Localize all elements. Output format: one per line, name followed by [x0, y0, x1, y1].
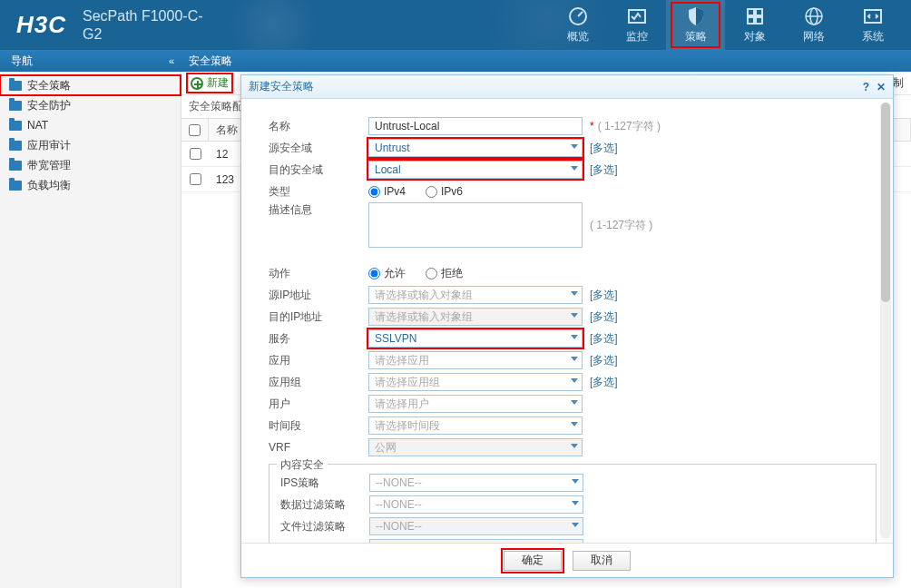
topnav-monitor[interactable]: 监控 [607, 0, 666, 50]
gauge-icon [567, 5, 589, 27]
multi-link[interactable]: [多选] [590, 141, 618, 156]
multi-link[interactable]: [多选] [590, 331, 618, 347]
label-vrf: VRF [269, 441, 368, 454]
topnav-network[interactable]: 网络 [784, 0, 843, 50]
label-src-zone: 源安全域 [269, 141, 368, 156]
label-app: 应用 [269, 353, 368, 368]
collapse-icon[interactable]: « [169, 55, 174, 66]
label-av: 防病毒策略 [280, 541, 369, 544]
folder-icon [9, 121, 22, 131]
label-file-filter: 文件过滤策略 [280, 519, 369, 534]
topnav-system[interactable]: 系统 [843, 0, 902, 50]
dialog-footer: 确定 取消 [241, 543, 893, 577]
user-select[interactable]: 请选择用户 [368, 395, 583, 413]
multi-link[interactable]: [多选] [590, 375, 618, 390]
dst-ip-select[interactable]: 请选择或输入对象组 [368, 308, 583, 326]
brand-logo: H3C [16, 11, 66, 39]
service-select[interactable]: SSLVPN [368, 329, 583, 348]
av-select[interactable]: --NONE-- [369, 539, 583, 543]
ips-select[interactable]: --NONE-- [369, 474, 583, 492]
label-ips: IPS策略 [280, 475, 369, 491]
sidebar-item-sec-policy[interactable]: 安全策略 [0, 75, 181, 95]
folder-icon [9, 181, 22, 191]
svg-rect-3 [756, 9, 762, 15]
chevron-down-icon [572, 479, 579, 484]
close-icon[interactable]: ✕ [877, 81, 886, 93]
multi-link[interactable]: [多选] [590, 353, 618, 368]
code-icon [862, 5, 884, 27]
row-checkbox[interactable] [190, 173, 201, 185]
sidebar-item-app-audit[interactable]: 应用审计 [0, 135, 181, 155]
multi-link[interactable]: [多选] [590, 162, 618, 178]
radio-ipv6[interactable]: IPv6 [426, 185, 463, 198]
time-select[interactable]: 请选择时间段 [368, 416, 583, 435]
chevron-down-icon [571, 378, 578, 383]
dialog-body: 名称 *( 1-127字符 ) 源安全域 Untrust [多选] 目的安全域 … [241, 99, 893, 543]
file-filter-select[interactable]: --NONE-- [369, 517, 583, 535]
folder-icon [9, 161, 22, 171]
name-input[interactable] [368, 117, 583, 135]
scrollbar-thumb[interactable] [881, 103, 890, 302]
radio-deny[interactable]: 拒绝 [426, 266, 463, 281]
dialog-title: 新建安全策略 [249, 79, 314, 94]
label-data-filter: 数据过滤策略 [280, 497, 369, 513]
top-nav: 概览 监控 策略 对象 网络 系统 [548, 0, 902, 50]
folder-icon [9, 81, 22, 91]
label-name: 名称 [269, 119, 368, 134]
data-filter-select[interactable]: --NONE-- [369, 495, 583, 514]
subbar-nav-title: 导航 « [0, 54, 181, 69]
legend-content-sec: 内容安全 [277, 457, 328, 473]
label-time: 时间段 [269, 418, 368, 434]
plus-icon [191, 77, 203, 90]
row-checkbox[interactable] [190, 148, 201, 160]
dst-zone-select[interactable]: Local [368, 161, 583, 179]
app-group-select[interactable]: 请选择应用组 [368, 373, 583, 391]
chevron-down-icon [571, 166, 578, 171]
content-security-group: 内容安全 IPS策略 --NONE-- 数据过滤策略 --NONE-- 文件过滤… [269, 464, 877, 543]
label-user: 用户 [269, 397, 368, 412]
shield-icon [685, 5, 707, 27]
globe-icon [803, 5, 825, 27]
label-desc: 描述信息 [269, 202, 368, 218]
multi-link[interactable]: [多选] [590, 309, 618, 325]
new-button[interactable]: 新建 [189, 75, 230, 91]
svg-rect-2 [748, 9, 754, 15]
scrollbar[interactable] [880, 103, 891, 539]
select-all-checkbox[interactable] [189, 124, 201, 136]
topnav-overview[interactable]: 概览 [548, 0, 607, 50]
label-action: 动作 [269, 266, 368, 281]
sidebar: 安全策略 安全防护 NAT 应用审计 带宽管理 负载均衡 [0, 72, 181, 588]
sidebar-item-nat[interactable]: NAT [0, 115, 181, 135]
label-dst-zone: 目的安全域 [269, 162, 368, 178]
desc-textarea[interactable] [368, 202, 583, 248]
create-policy-dialog: 新建安全策略 ? ✕ 名称 *( 1-127字符 ) 源安全域 Untrust … [240, 74, 894, 578]
folder-icon [9, 141, 22, 151]
topnav-policy[interactable]: 策略 [666, 0, 725, 50]
label-app-group: 应用组 [269, 375, 368, 390]
chevron-down-icon [571, 400, 578, 405]
radio-allow[interactable]: 允许 [368, 266, 406, 281]
chevron-down-icon [571, 335, 578, 339]
breadcrumb: 安全策略 [181, 54, 232, 69]
label-type: 类型 [269, 184, 368, 200]
sidebar-item-sec-protect[interactable]: 安全防护 [0, 95, 181, 115]
stack-icon [744, 5, 766, 27]
src-zone-select[interactable]: Untrust [368, 139, 583, 157]
cancel-button[interactable]: 取消 [573, 551, 631, 571]
sidebar-item-loadbalance[interactable]: 负载均衡 [0, 175, 181, 195]
topnav-object[interactable]: 对象 [725, 0, 784, 50]
chevron-down-icon [571, 422, 578, 426]
label-service: 服务 [269, 331, 368, 347]
src-ip-select[interactable]: 请选择或输入对象组 [368, 286, 583, 304]
chevron-down-icon [571, 144, 578, 149]
chevron-down-icon [571, 444, 578, 448]
sidebar-item-bandwidth[interactable]: 带宽管理 [0, 155, 181, 175]
app-select[interactable]: 请选择应用 [368, 351, 583, 369]
ok-button[interactable]: 确定 [504, 551, 562, 571]
app-header: H3C SecPath F1000-C- G2 概览 监控 策略 对象 网络 系… [0, 0, 911, 50]
product-name: SecPath F1000-C- G2 [83, 7, 203, 42]
multi-link[interactable]: [多选] [590, 288, 618, 303]
help-icon[interactable]: ? [863, 81, 869, 93]
radio-ipv4[interactable]: IPv4 [368, 185, 406, 198]
vrf-select[interactable]: 公网 [368, 438, 583, 456]
